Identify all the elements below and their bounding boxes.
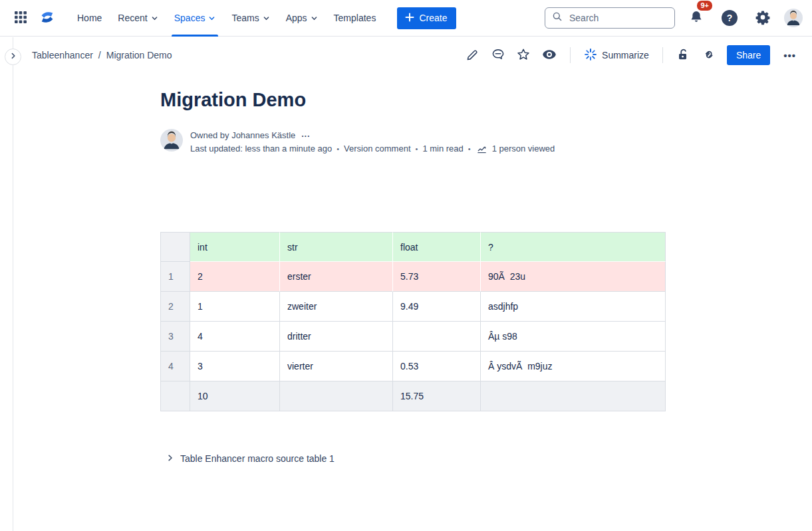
share-button[interactable]: Share — [727, 45, 770, 65]
bell-icon — [688, 9, 704, 27]
watch-button[interactable] — [538, 43, 561, 68]
table-cell: vierter — [280, 352, 393, 381]
nav-item-templates[interactable]: Templates — [327, 0, 383, 36]
table-cell: 3 — [190, 352, 280, 381]
comment-button[interactable] — [487, 44, 509, 67]
nav-label: Home — [77, 13, 102, 23]
search-input[interactable] — [568, 12, 668, 24]
top-navigation: Home Recent Spaces Teams Apps — [0, 0, 812, 37]
ai-sparkle-icon — [584, 48, 597, 63]
help-button[interactable]: ? — [718, 6, 742, 30]
column-header-float: float — [393, 232, 481, 262]
nav-item-recent[interactable]: Recent — [111, 0, 164, 36]
favorite-button[interactable] — [513, 44, 534, 67]
expand-sidebar-button[interactable] — [5, 49, 21, 65]
table-cell: 90Ã 23u — [481, 262, 666, 292]
search-box — [545, 7, 675, 29]
table-cell: zweiter — [280, 292, 393, 322]
sidebar-rail — [13, 37, 13, 531]
table-row: 1 2 erster 5.73 90Ã 23u — [160, 262, 666, 292]
chevron-down-icon — [208, 15, 215, 22]
page-toolbar: Tableenhancer / Migration Demo — [0, 37, 812, 74]
confluence-logo[interactable] — [35, 5, 60, 32]
search-icon — [552, 11, 563, 25]
nav-label: Templates — [334, 13, 376, 23]
restrictions-button[interactable] — [672, 44, 694, 67]
notifications-button[interactable]: 9+ — [684, 5, 708, 31]
column-header-int: int — [190, 232, 280, 262]
gear-icon — [755, 9, 771, 27]
table-row: 4 3 vierter 0.53 Â ysdvÃ m9juz — [160, 352, 666, 381]
chevron-down-icon — [311, 15, 318, 22]
table-footer-cell — [481, 381, 666, 411]
link-icon — [701, 47, 716, 64]
nav-item-home[interactable]: Home — [70, 0, 108, 36]
table-row: 3 4 dritter Âµ s98 — [160, 322, 666, 352]
table-cell: Âµ s98 — [481, 322, 666, 352]
confluence-logo-icon — [39, 9, 56, 28]
eye-icon — [541, 47, 557, 64]
row-number — [160, 381, 190, 411]
plus-icon — [405, 13, 414, 24]
expander-label: Table Enhancer macro source table 1 — [180, 453, 335, 464]
row-number: 3 — [160, 322, 190, 352]
nav-label: Teams — [231, 13, 259, 23]
settings-button[interactable] — [751, 5, 775, 31]
page-title: Migration Demo — [160, 88, 666, 111]
summarize-button[interactable]: Summarize — [580, 45, 653, 66]
app-switcher-button[interactable] — [9, 6, 32, 31]
table-header-row: int str float ? — [160, 232, 666, 262]
table-cell: 2 — [190, 262, 280, 292]
table-cell: 1 — [190, 292, 280, 322]
chevron-down-icon — [151, 15, 158, 22]
user-avatar[interactable] — [784, 9, 803, 27]
page-actions: Summarize Share ••• — [462, 43, 801, 68]
table-cell: 0.53 — [393, 352, 481, 381]
comment-icon — [491, 47, 505, 64]
owned-by-text: Owned by Johannes Kästle — [190, 129, 295, 142]
breadcrumb: Tableenhancer / Migration Demo — [32, 50, 172, 60]
meta-separator: • — [416, 142, 418, 156]
nav-label: Apps — [286, 13, 307, 23]
table-footer-row: 10 15.75 — [160, 381, 666, 411]
table-footer-cell — [280, 381, 393, 411]
breadcrumb-page-link[interactable]: Migration Demo — [106, 50, 172, 60]
byline-text: Owned by Johannes Kästle ··· Last update… — [190, 129, 555, 156]
notification-badge: 9+ — [696, 0, 714, 12]
chevron-right-icon — [166, 453, 174, 464]
create-button[interactable]: Create — [397, 7, 456, 29]
last-updated-text: Last updated: less than a minute ago — [190, 142, 332, 156]
people-viewed-text: 1 person viewed — [492, 142, 555, 156]
nav-label: Recent — [118, 13, 147, 23]
corner-cell — [160, 232, 190, 262]
content-table: int str float ? 1 2 erster 5.73 90Ã 23u … — [160, 232, 666, 411]
source-table-expander[interactable]: Table Enhancer macro source table 1 — [164, 451, 337, 467]
owner-more-button[interactable]: ··· — [300, 131, 311, 141]
meta-separator: • — [468, 142, 471, 156]
nav-item-teams[interactable]: Teams — [225, 0, 276, 36]
edit-button[interactable] — [462, 44, 483, 67]
nav-item-spaces[interactable]: Spaces — [168, 0, 223, 36]
breadcrumb-space-link[interactable]: Tableenhancer — [32, 50, 93, 60]
table-cell: asdjhfp — [481, 292, 666, 322]
column-header-question: ? — [481, 232, 666, 262]
row-number: 1 — [160, 262, 190, 292]
owner-avatar[interactable] — [160, 129, 183, 152]
more-actions-button[interactable]: ••• — [778, 47, 801, 64]
summarize-label: Summarize — [602, 50, 649, 60]
create-button-label: Create — [419, 13, 447, 23]
meta-separator: • — [337, 142, 339, 156]
table-cell: dritter — [280, 322, 393, 352]
pencil-icon — [466, 47, 480, 64]
analytics-icon — [477, 144, 487, 154]
table-cell: 5.73 — [393, 262, 481, 292]
column-header-str: str — [280, 232, 393, 262]
table-footer-cell: 15.75 — [393, 381, 481, 411]
nav-label: Spaces — [174, 13, 205, 23]
table-footer-cell: 10 — [190, 381, 280, 411]
nav-item-apps[interactable]: Apps — [279, 0, 325, 36]
row-number: 4 — [160, 352, 190, 381]
copy-link-button[interactable] — [698, 44, 719, 67]
grid-icon — [13, 10, 28, 27]
table-cell — [393, 322, 481, 352]
